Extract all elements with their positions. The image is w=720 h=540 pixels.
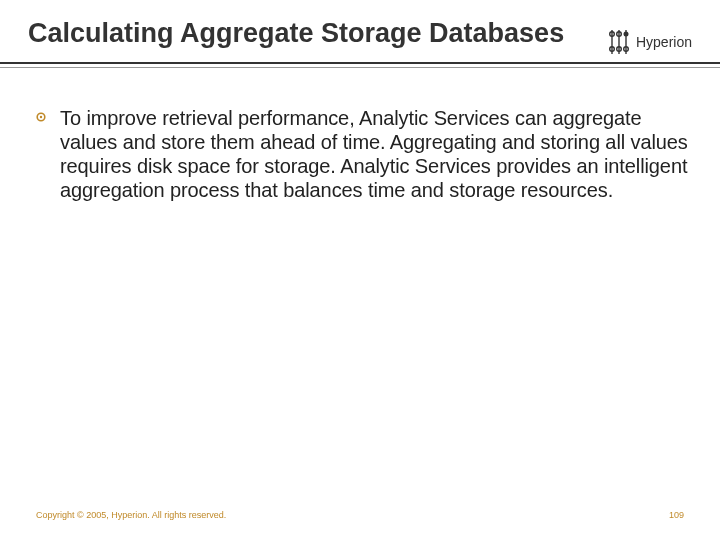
brand-logo: Hyperion <box>608 18 692 56</box>
brand-name: Hyperion <box>636 34 692 50</box>
header-divider <box>28 62 692 72</box>
footer: Copyright © 2005, Hyperion. All rights r… <box>36 510 684 520</box>
svg-point-10 <box>40 116 42 118</box>
page-number: 109 <box>669 510 684 520</box>
bullet-icon <box>36 112 46 122</box>
page-title: Calculating Aggregate Storage Databases <box>28 18 564 49</box>
slide: Calculating Aggregate Storage Databases … <box>0 0 720 540</box>
divider-thick <box>0 62 720 64</box>
paragraph-text: To improve retrieval performance, Analyt… <box>60 106 688 202</box>
copyright-text: Copyright © 2005, Hyperion. All rights r… <box>36 510 226 520</box>
header: Calculating Aggregate Storage Databases … <box>28 18 692 56</box>
hyperion-logo-icon <box>608 28 630 56</box>
svg-point-5 <box>623 32 628 37</box>
list-item: To improve retrieval performance, Analyt… <box>28 106 692 202</box>
divider-thin <box>0 67 720 68</box>
